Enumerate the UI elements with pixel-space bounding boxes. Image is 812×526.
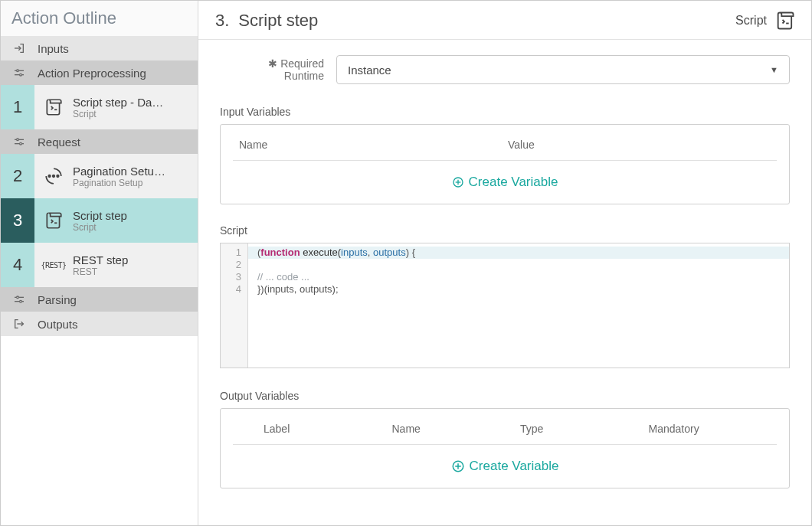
create-output-variable-button[interactable]: Create Variable xyxy=(233,456,777,477)
col-name: Name xyxy=(239,139,508,151)
script-scroll-icon xyxy=(42,97,65,117)
svg-point-10 xyxy=(57,175,59,178)
step-title: Pagination Setu… xyxy=(73,165,165,178)
svg-point-3 xyxy=(20,74,22,76)
svg-point-14 xyxy=(20,300,22,302)
runtime-select[interactable]: Instance ▼ xyxy=(336,55,790,84)
script-label: Script xyxy=(220,224,790,237)
runtime-value: Instance xyxy=(348,64,391,77)
output-vars-box: Label Name Type Mandatory Create Variabl… xyxy=(220,408,790,488)
sidebar-step-1[interactable]: 1 Script step - Da… Script xyxy=(1,85,198,129)
step-title: Script step - Da… xyxy=(73,96,163,109)
chevron-down-icon: ▼ xyxy=(770,65,778,74)
outputs-icon xyxy=(8,318,30,330)
step-number: 2 xyxy=(1,154,34,198)
script-scroll-icon xyxy=(42,211,65,230)
script-editor[interactable]: 1 2 3 4 (function execute(inputs, output… xyxy=(220,243,790,368)
runtime-row: ✱ Required Runtime Instance ▼ xyxy=(220,55,790,84)
step-number: 1 xyxy=(1,85,34,129)
create-input-variable-button[interactable]: Create Variable xyxy=(233,172,777,193)
step-subtitle: Script xyxy=(73,109,163,119)
pagination-icon xyxy=(42,166,65,186)
sidebar-request-label: Request xyxy=(38,136,80,149)
svg-point-9 xyxy=(53,175,55,178)
input-vars-label: Input Variables xyxy=(220,106,790,118)
step-number: 4 xyxy=(1,243,34,287)
sidebar-parsing-label: Parsing xyxy=(38,293,77,306)
step-title: Script step xyxy=(73,209,127,222)
col-mandatory: Mandatory xyxy=(649,423,778,435)
sidebar-item-request[interactable]: Request xyxy=(1,129,198,154)
svg-point-7 xyxy=(20,142,22,145)
sidebar-step-2[interactable]: 2 Pagination Setu… Pagination Setup xyxy=(1,154,198,198)
line-gutter: 1 2 3 4 xyxy=(221,243,248,368)
sidebar-preproc-label: Action Preprocessing xyxy=(38,67,146,80)
script-scroll-icon xyxy=(774,10,796,31)
input-vars-box: Name Value Create Variable xyxy=(220,124,790,204)
sliders-icon xyxy=(8,67,30,79)
step-number: 3 xyxy=(1,198,34,243)
create-variable-label: Create Variable xyxy=(469,175,558,190)
col-label: Label xyxy=(264,423,392,435)
sidebar-item-parsing[interactable]: Parsing xyxy=(1,287,198,312)
sidebar-step-4[interactable]: 4 {REST} REST step REST xyxy=(1,243,198,287)
svg-point-13 xyxy=(17,296,19,299)
col-type: Type xyxy=(520,423,649,435)
output-vars-label: Output Variables xyxy=(220,390,790,402)
rest-icon: {REST} xyxy=(42,261,65,270)
col-name: Name xyxy=(392,423,521,435)
main-header: 3. Script step Script xyxy=(198,1,811,40)
sidebar-item-inputs[interactable]: Inputs xyxy=(1,36,198,60)
sidebar-item-preprocessing[interactable]: Action Preprocessing xyxy=(1,60,198,85)
input-vars-header: Name Value xyxy=(233,136,777,161)
svg-point-2 xyxy=(17,70,19,72)
page-title: Script step xyxy=(238,11,318,31)
sidebar-item-outputs[interactable]: Outputs xyxy=(1,312,198,336)
step-title: REST step xyxy=(73,253,128,266)
inputs-icon xyxy=(8,42,30,54)
sliders-icon xyxy=(8,136,30,148)
sidebar-title: Action Outline xyxy=(1,1,198,36)
sidebar-inputs-label: Inputs xyxy=(38,42,69,55)
svg-point-8 xyxy=(48,175,51,178)
col-value: Value xyxy=(508,139,777,151)
step-subtitle: Script xyxy=(73,222,127,233)
sidebar-step-3[interactable]: 3 Script step Script xyxy=(1,198,198,243)
step-type-label: Script xyxy=(735,14,767,28)
create-variable-label: Create Variable xyxy=(470,459,559,474)
svg-point-6 xyxy=(17,139,19,141)
sidebar-outputs-label: Outputs xyxy=(38,318,78,331)
sliders-icon xyxy=(8,293,30,305)
step-number-header: 3. xyxy=(215,11,229,31)
main-panel: 3. Script step Script ✱ Required Runtime… xyxy=(198,1,811,525)
output-vars-header: Label Name Type Mandatory xyxy=(233,420,777,445)
step-subtitle: Pagination Setup xyxy=(73,178,165,188)
step-subtitle: REST xyxy=(73,266,128,277)
code-content[interactable]: (function execute(inputs, outputs) { // … xyxy=(248,243,789,368)
runtime-label: ✱ Required Runtime xyxy=(220,57,324,82)
action-outline-sidebar: Action Outline Inputs Action Preprocessi… xyxy=(1,1,198,525)
